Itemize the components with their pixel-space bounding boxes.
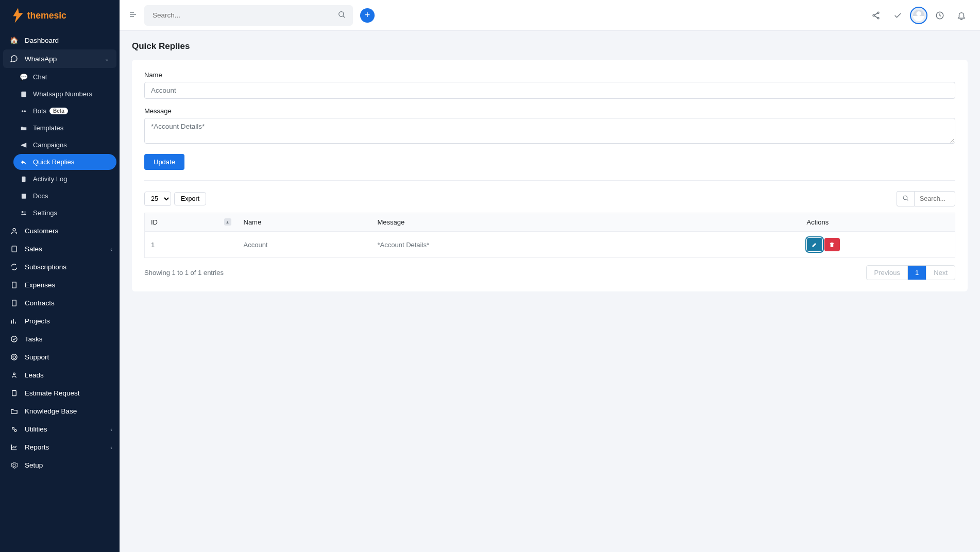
chat-icon: 💬	[20, 73, 28, 81]
col-actions: Actions	[801, 213, 955, 232]
contract-icon	[9, 299, 19, 304]
message-input[interactable]: *Account Details*	[144, 118, 955, 144]
edit-button[interactable]	[807, 238, 822, 251]
export-button[interactable]: Export	[174, 192, 206, 205]
share-icon[interactable]	[867, 6, 885, 25]
svg-point-33	[877, 17, 879, 19]
table-search	[897, 191, 955, 206]
nav-sales[interactable]: Sales ‹	[0, 240, 120, 258]
col-id-label: ID	[151, 218, 158, 226]
nav-activity-log[interactable]: Activity Log	[13, 171, 116, 187]
nav-whatsapp-submenu: 💬 Chat Whatsapp Numbers Bots Beta Templa…	[0, 69, 120, 221]
col-actions-label: Actions	[807, 218, 829, 226]
nav-sales-label: Sales	[25, 245, 42, 253]
nav-campaigns[interactable]: Campaigns	[13, 137, 116, 153]
nav-customers[interactable]: Customers	[0, 222, 120, 240]
svg-line-30	[343, 15, 345, 17]
col-name[interactable]: Name	[238, 213, 371, 232]
brand-logo[interactable]: themesic	[0, 0, 120, 31]
nav-quick-replies-label: Quick Replies	[33, 158, 74, 166]
global-search	[144, 5, 353, 26]
message-label: Message	[144, 107, 955, 115]
add-button[interactable]: +	[360, 8, 375, 23]
svg-point-3	[24, 110, 26, 112]
svg-point-31	[877, 12, 879, 13]
chevron-left-icon: ‹	[110, 246, 112, 252]
data-table: ID ▲ Name Message Actions 1 Account *Acc…	[144, 213, 955, 258]
megaphone-icon	[20, 142, 28, 149]
nav-docs[interactable]: Docs	[13, 188, 116, 204]
pager: Previous 1 Next	[866, 265, 955, 280]
name-input[interactable]	[144, 82, 955, 99]
nav-quick-replies[interactable]: Quick Replies	[13, 154, 116, 170]
svg-point-37	[903, 196, 907, 200]
nav-docs-label: Docs	[33, 192, 48, 200]
svg-point-2	[22, 110, 24, 112]
svg-line-35	[874, 15, 877, 18]
nav-bots-label: Bots	[33, 107, 46, 115]
nav-dashboard[interactable]: 🏠 Dashboard	[0, 31, 120, 49]
contact-icon	[20, 91, 28, 98]
cell-message: *Account Details*	[371, 232, 801, 258]
page-size-select[interactable]: 25	[144, 192, 171, 206]
file-icon	[9, 245, 19, 253]
entries-info: Showing 1 to 1 of 1 entries	[144, 269, 224, 277]
folder-icon	[20, 125, 28, 132]
pager-prev[interactable]: Previous	[867, 266, 908, 280]
pager-page-1[interactable]: 1	[908, 266, 926, 280]
main-content: Quick Replies Name Message *Account Deta…	[120, 0, 980, 304]
global-search-input[interactable]	[144, 5, 353, 26]
nav-templates-label: Templates	[33, 124, 63, 132]
svg-rect-4	[22, 176, 26, 182]
pager-next[interactable]: Next	[926, 266, 955, 280]
nav-whatsapp[interactable]: WhatsApp ⌄	[3, 49, 116, 68]
svg-rect-5	[22, 194, 26, 198]
reply-icon	[20, 159, 28, 166]
nav-subscriptions[interactable]: Subscriptions	[0, 258, 120, 276]
svg-rect-13	[12, 300, 16, 304]
col-id[interactable]: ID ▲	[145, 213, 238, 232]
nav-expenses[interactable]: Expenses	[0, 276, 120, 294]
delete-button[interactable]	[824, 238, 840, 251]
sliders-icon	[20, 210, 28, 217]
nav-numbers-label: Whatsapp Numbers	[33, 90, 92, 98]
check-icon[interactable]	[888, 6, 907, 25]
table-search-input[interactable]	[914, 191, 955, 206]
nav-settings[interactable]: Settings	[13, 205, 116, 221]
nav-campaigns-label: Campaigns	[33, 141, 67, 149]
nav-numbers[interactable]: Whatsapp Numbers	[13, 86, 116, 102]
nav-bots[interactable]: Bots Beta	[13, 103, 116, 119]
nav-settings-label: Settings	[33, 209, 57, 217]
col-message-label: Message	[378, 218, 405, 226]
chevron-down-icon: ⌄	[105, 56, 109, 62]
user-avatar[interactable]	[910, 7, 927, 24]
cell-name: Account	[238, 232, 371, 258]
nav-contracts[interactable]: Contracts	[0, 294, 120, 304]
search-icon[interactable]	[337, 10, 346, 21]
nav-chat[interactable]: 💬 Chat	[13, 69, 116, 85]
col-message[interactable]: Message	[371, 213, 801, 232]
svg-point-10	[13, 229, 15, 231]
clock-icon[interactable]	[931, 6, 949, 25]
table-search-icon[interactable]	[897, 191, 914, 206]
nav-templates[interactable]: Templates	[13, 120, 116, 136]
beta-badge: Beta	[49, 108, 68, 114]
menu-toggle-icon[interactable]	[129, 10, 137, 21]
sidebar: themesic 🏠 Dashboard WhatsApp ⌄ 💬 Chat W…	[0, 0, 120, 304]
page-title: Quick Replies	[132, 41, 968, 51]
svg-rect-1	[21, 91, 26, 97]
table-footer: Showing 1 to 1 of 1 entries Previous 1 N…	[144, 265, 955, 280]
bell-icon[interactable]	[952, 6, 971, 25]
table-row: 1 Account *Account Details*	[145, 232, 955, 258]
home-icon: 🏠	[9, 36, 19, 44]
topbar: +	[120, 0, 980, 31]
clipboard-icon	[20, 176, 28, 183]
refresh-icon	[9, 263, 19, 271]
svg-line-34	[874, 13, 877, 15]
nav-subscriptions-label: Subscriptions	[25, 263, 66, 271]
update-button[interactable]: Update	[144, 154, 184, 170]
nav-dashboard-label: Dashboard	[25, 37, 59, 44]
bot-icon	[20, 108, 28, 115]
sort-asc-icon[interactable]: ▲	[224, 218, 231, 226]
svg-point-29	[339, 11, 344, 16]
